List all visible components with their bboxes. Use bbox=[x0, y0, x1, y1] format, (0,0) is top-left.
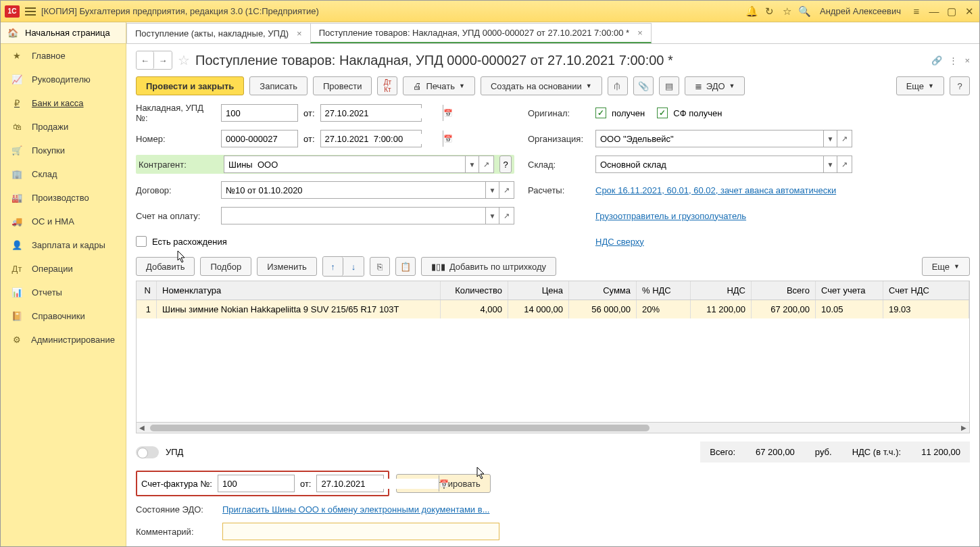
col-qty[interactable]: Количество bbox=[441, 281, 508, 300]
relations-icon[interactable]: ⫛ bbox=[608, 76, 628, 95]
help-button[interactable]: ? bbox=[950, 76, 970, 95]
dropdown-icon[interactable]: ▼ bbox=[823, 156, 837, 172]
sidebar-item-3[interactable]: 🛍Продажи bbox=[1, 115, 126, 139]
search-icon[interactable]: 🔍 bbox=[798, 5, 810, 18]
user-name[interactable]: Андрей Алексеевич bbox=[820, 6, 901, 16]
print-button[interactable]: 🖨Печать▼ bbox=[403, 76, 475, 95]
help-icon[interactable]: ? bbox=[499, 156, 512, 173]
sidebar-item-5[interactable]: 🏢Склад bbox=[1, 162, 126, 186]
minimize-icon[interactable]: — bbox=[928, 5, 940, 18]
home-page-link[interactable]: 🏠 Начальная страница bbox=[1, 22, 126, 44]
barcode-button[interactable]: ▮▯▮Добавить по штрихкоду bbox=[421, 257, 556, 276]
gruz-link[interactable]: Грузоотправитель и грузополучатель bbox=[595, 211, 746, 221]
open-icon[interactable]: ↗ bbox=[479, 156, 493, 172]
sidebar-item-6[interactable]: 🏭Производство bbox=[1, 186, 126, 210]
change-button[interactable]: Изменить bbox=[257, 257, 317, 276]
org-input[interactable] bbox=[596, 134, 823, 144]
sidebar-item-10[interactable]: 📊Отчеты bbox=[1, 281, 126, 304]
favorite-icon[interactable]: ☆ bbox=[178, 52, 190, 68]
sf-no-input[interactable] bbox=[218, 475, 295, 492]
col-n[interactable]: N bbox=[137, 281, 157, 300]
nds-link[interactable]: НДС сверху bbox=[595, 237, 644, 247]
open-icon[interactable]: ↗ bbox=[499, 208, 514, 224]
sf-date-input[interactable] bbox=[317, 479, 439, 489]
col-account-nds[interactable]: Счет НДС bbox=[883, 281, 969, 300]
comment-input[interactable] bbox=[222, 523, 499, 540]
col-sum[interactable]: Сумма bbox=[569, 281, 637, 300]
calendar-icon[interactable]: 📅 bbox=[443, 105, 453, 121]
rasch-link[interactable]: Срок 16.11.2021, 60.01, 60.02, зачет ава… bbox=[595, 185, 836, 195]
sidebar-item-0[interactable]: ★Главное bbox=[1, 44, 126, 68]
invoice-no-input[interactable] bbox=[221, 104, 298, 122]
sidebar-item-1[interactable]: 📈Руководителю bbox=[1, 68, 126, 91]
col-vatrate[interactable]: % НДС bbox=[637, 281, 691, 300]
copy-icon[interactable]: ⎘ bbox=[370, 257, 390, 276]
doc-icon[interactable]: ▤ bbox=[659, 76, 679, 95]
col-account[interactable]: Счет учета bbox=[816, 281, 883, 300]
nav-forward-button[interactable]: → bbox=[154, 51, 172, 69]
table-body[interactable]: 1 Шины зимние Nokian Hakkapeliitta 9 SUV… bbox=[137, 300, 969, 422]
col-total[interactable]: Всего bbox=[752, 281, 816, 300]
sidebar-item-2[interactable]: ₽Банк и касса bbox=[1, 91, 126, 115]
edo-invite-link[interactable]: Пригласить Шины ООО к обмену электронным… bbox=[222, 504, 489, 515]
number-input[interactable] bbox=[221, 130, 298, 147]
move-down-icon[interactable]: ↓ bbox=[343, 257, 364, 276]
rash-checkbox[interactable] bbox=[136, 236, 147, 247]
post-and-close-button[interactable]: Провести и закрыть bbox=[136, 76, 244, 95]
tab-postupleniya-list[interactable]: Поступление (акты, накладные, УПД) × bbox=[126, 23, 311, 43]
col-nomenclature[interactable]: Номенклатура bbox=[157, 281, 441, 300]
open-icon[interactable]: ↗ bbox=[837, 156, 852, 172]
sklad-input[interactable] bbox=[596, 160, 823, 170]
dropdown-icon[interactable]: ▼ bbox=[823, 130, 837, 147]
invoice-date-input[interactable] bbox=[321, 108, 443, 118]
col-price[interactable]: Цена bbox=[508, 281, 569, 300]
schet-input[interactable] bbox=[222, 211, 485, 221]
maximize-icon[interactable]: ▢ bbox=[946, 5, 958, 18]
menu-icon[interactable] bbox=[25, 7, 36, 16]
add-button[interactable]: Добавить bbox=[136, 257, 195, 276]
bell-icon[interactable]: 🔔 bbox=[745, 5, 758, 18]
table-more-button[interactable]: Еще▼ bbox=[922, 257, 970, 276]
sidebar-item-7[interactable]: 🚚ОС и НМА bbox=[1, 210, 126, 233]
calendar-icon[interactable]: 📅 bbox=[443, 130, 453, 147]
link-icon[interactable]: 🔗 bbox=[931, 55, 942, 66]
history-icon[interactable]: ↻ bbox=[763, 5, 775, 18]
more-button[interactable]: Еще▼ bbox=[896, 76, 944, 95]
move-up-icon[interactable]: ↑ bbox=[323, 257, 343, 276]
open-icon[interactable]: ↗ bbox=[837, 130, 852, 147]
pick-button[interactable]: Подбор bbox=[200, 257, 251, 276]
sidebar-item-4[interactable]: 🛒Покупки bbox=[1, 139, 126, 162]
kontragent-input[interactable] bbox=[224, 160, 465, 170]
more-vertical-icon[interactable]: ⋮ bbox=[949, 55, 958, 66]
table-row[interactable]: 1 Шины зимние Nokian Hakkapeliitta 9 SUV… bbox=[137, 300, 969, 318]
dropdown-icon[interactable]: ▼ bbox=[485, 208, 499, 224]
attach-icon[interactable]: 📎 bbox=[633, 76, 654, 95]
close-panel-icon[interactable]: × bbox=[964, 55, 970, 66]
open-icon[interactable]: ↗ bbox=[499, 182, 514, 198]
paste-icon[interactable]: 📋 bbox=[395, 257, 416, 276]
sidebar-item-8[interactable]: 👤Зарплата и кадры bbox=[1, 233, 126, 257]
tab-document[interactable]: Поступление товаров: Накладная, УПД 0000… bbox=[310, 23, 652, 43]
nav-back-button[interactable]: ← bbox=[137, 51, 154, 69]
star-icon[interactable]: ☆ bbox=[781, 5, 793, 18]
settings-icon[interactable]: ≡ bbox=[910, 5, 923, 18]
sidebar-item-11[interactable]: 📔Справочники bbox=[1, 304, 126, 328]
post-button[interactable]: Провести bbox=[313, 76, 372, 95]
tab-close-icon[interactable]: × bbox=[637, 28, 643, 38]
number-date-input[interactable] bbox=[321, 134, 443, 144]
debit-credit-icon[interactable]: ДтКт bbox=[377, 76, 397, 95]
create-based-button[interactable]: Создать на основании▼ bbox=[481, 76, 602, 95]
close-icon[interactable]: ✕ bbox=[963, 5, 975, 18]
dogovor-input[interactable] bbox=[222, 185, 485, 195]
edo-button[interactable]: ≣ЭДО▼ bbox=[685, 76, 745, 95]
sidebar-item-12[interactable]: ⚙Администрирование bbox=[1, 328, 126, 352]
upd-toggle[interactable] bbox=[136, 446, 159, 458]
dropdown-icon[interactable]: ▼ bbox=[465, 156, 479, 172]
received-checkbox[interactable]: ✓ bbox=[595, 108, 606, 118]
sidebar-item-9[interactable]: ДтОперации bbox=[1, 257, 126, 281]
write-button[interactable]: Записать bbox=[249, 76, 308, 95]
horizontal-scrollbar[interactable]: ◀ ▶ bbox=[136, 423, 970, 433]
sf-received-checkbox[interactable]: ✓ bbox=[657, 108, 668, 118]
dropdown-icon[interactable]: ▼ bbox=[485, 182, 499, 198]
calendar-icon[interactable]: 📅 bbox=[439, 475, 449, 492]
